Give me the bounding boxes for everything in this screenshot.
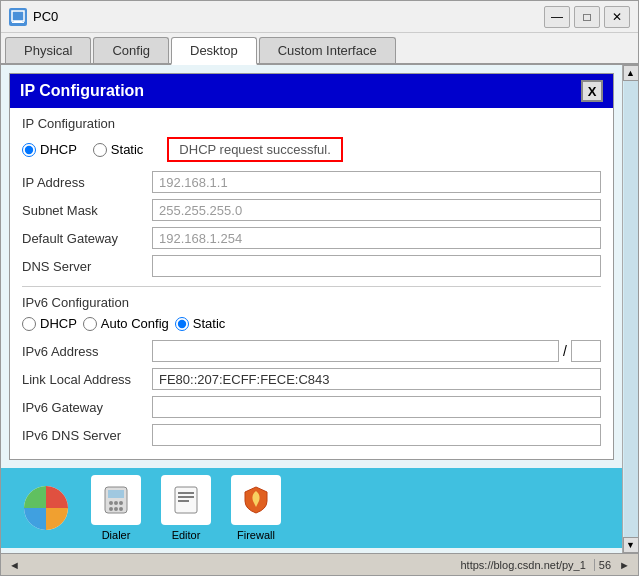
editor-label: Editor [172, 529, 201, 541]
scrollbar: ▲ ▼ [622, 65, 638, 553]
tab-custom-interface[interactable]: Custom Interface [259, 37, 396, 63]
ipv6-gateway-input[interactable] [152, 396, 601, 418]
tab-physical[interactable]: Physical [5, 37, 91, 63]
static-label: Static [111, 142, 144, 157]
ipv6-dhcp-radio[interactable] [22, 317, 36, 331]
tab-config[interactable]: Config [93, 37, 169, 63]
static-radio[interactable] [93, 143, 107, 157]
ipv6-input-row: / [152, 340, 601, 362]
dialer-svg [101, 485, 131, 515]
ipv6-address-input[interactable] [152, 340, 559, 362]
ipv6-address-row: IPv6 Address / [22, 339, 601, 363]
link-local-label: Link Local Address [22, 372, 152, 387]
scroll-track[interactable] [624, 81, 638, 537]
ipv6-prefix-input[interactable] [571, 340, 601, 362]
subnet-mask-input[interactable] [152, 199, 601, 221]
svg-rect-5 [108, 490, 124, 498]
status-page-info: 56 [594, 559, 615, 571]
ipv6-slash: / [563, 343, 567, 359]
title-bar: PC0 — □ ✕ [1, 1, 638, 33]
ipv6-mode-row: DHCP Auto Config Static [22, 316, 601, 331]
main-content: IP Configuration X IP Configuration DHCP… [1, 65, 638, 553]
svg-point-10 [114, 507, 118, 511]
ip-section-label: IP Configuration [22, 116, 601, 131]
svg-rect-0 [12, 11, 24, 21]
dns-server-input[interactable] [152, 255, 601, 277]
dhcp-status: DHCP request successful. [167, 137, 343, 162]
ip-config-close-button[interactable]: X [581, 80, 603, 102]
ip-mode-row: DHCP Static DHCP request successful. [22, 137, 601, 162]
pie-chart-icon-container [21, 483, 71, 533]
ipv6-section-label: IPv6 Configuration [22, 295, 601, 310]
editor-icon-container[interactable]: Editor [161, 475, 211, 541]
bottom-area: Dialer Editor [1, 468, 622, 548]
ip-address-label: IP Address [22, 175, 152, 190]
ipv6-auto-text: Auto Config [101, 316, 169, 331]
status-bar: ◄ https://blog.csdn.net/py_1 56 ► [1, 553, 638, 575]
editor-svg [171, 485, 201, 515]
main-window: PC0 — □ ✕ Physical Config Desktop Custom… [0, 0, 639, 576]
window-controls: — □ ✕ [544, 6, 630, 28]
ipv6-gateway-label: IPv6 Gateway [22, 400, 152, 415]
svg-point-9 [109, 507, 113, 511]
svg-point-6 [109, 501, 113, 505]
content-left: IP Configuration X IP Configuration DHCP… [1, 65, 622, 553]
ipv6-gateway-row: IPv6 Gateway [22, 395, 601, 419]
dialer-icon-container[interactable]: Dialer [91, 475, 141, 541]
scroll-up-arrow[interactable]: ▲ [623, 65, 639, 81]
dns-server-label: DNS Server [22, 259, 152, 274]
window-title: PC0 [33, 9, 544, 24]
svg-rect-12 [175, 487, 197, 513]
ip-address-row: IP Address [22, 170, 601, 194]
ipv6-dns-label: IPv6 DNS Server [22, 428, 152, 443]
ip-config-header-title: IP Configuration [20, 82, 144, 100]
ipv6-auto-radio[interactable] [83, 317, 97, 331]
ipv6-dns-input[interactable] [152, 424, 601, 446]
section-divider [22, 286, 601, 287]
pie-chart-svg [21, 483, 71, 533]
svg-rect-2 [12, 22, 24, 23]
tab-desktop[interactable]: Desktop [171, 37, 257, 65]
ip-config-panel: IP Configuration X IP Configuration DHCP… [9, 73, 614, 460]
ipv6-address-label: IPv6 Address [22, 344, 152, 359]
ipv6-static-label[interactable]: Static [175, 316, 226, 331]
app-icon [9, 8, 27, 26]
dhcp-label: DHCP [40, 142, 77, 157]
dhcp-radio[interactable] [22, 143, 36, 157]
ipv6-dhcp-text: DHCP [40, 316, 77, 331]
default-gateway-input[interactable] [152, 227, 601, 249]
link-local-row: Link Local Address [22, 367, 601, 391]
ipv6-auto-label[interactable]: Auto Config [83, 316, 169, 331]
status-left-arrow[interactable]: ◄ [5, 559, 24, 571]
minimize-button[interactable]: — [544, 6, 570, 28]
subnet-mask-label: Subnet Mask [22, 203, 152, 218]
tab-bar: Physical Config Desktop Custom Interface [1, 33, 638, 65]
firewall-label: Firewall [237, 529, 275, 541]
ip-config-header: IP Configuration X [10, 74, 613, 108]
default-gateway-row: Default Gateway [22, 226, 601, 250]
link-local-input[interactable] [152, 368, 601, 390]
window-close-button[interactable]: ✕ [604, 6, 630, 28]
status-right-arrow[interactable]: ► [615, 559, 634, 571]
subnet-mask-row: Subnet Mask [22, 198, 601, 222]
svg-point-8 [119, 501, 123, 505]
firewall-icon-container[interactable]: Firewall [231, 475, 281, 541]
ip-address-input[interactable] [152, 171, 601, 193]
ipv6-dns-row: IPv6 DNS Server [22, 423, 601, 447]
scroll-down-arrow[interactable]: ▼ [623, 537, 639, 553]
dns-server-row: DNS Server [22, 254, 601, 278]
firewall-svg [241, 485, 271, 515]
ip-config-body: IP Configuration DHCP Static DHCP reques… [10, 108, 613, 459]
svg-point-7 [114, 501, 118, 505]
static-radio-label[interactable]: Static [93, 142, 144, 157]
default-gateway-label: Default Gateway [22, 231, 152, 246]
status-url: https://blog.csdn.net/py_1 [24, 559, 594, 571]
ipv6-dhcp-label[interactable]: DHCP [22, 316, 77, 331]
maximize-button[interactable]: □ [574, 6, 600, 28]
ipv6-static-text: Static [193, 316, 226, 331]
ipv6-static-radio[interactable] [175, 317, 189, 331]
svg-point-11 [119, 507, 123, 511]
dialer-label: Dialer [102, 529, 131, 541]
dhcp-radio-label[interactable]: DHCP [22, 142, 77, 157]
